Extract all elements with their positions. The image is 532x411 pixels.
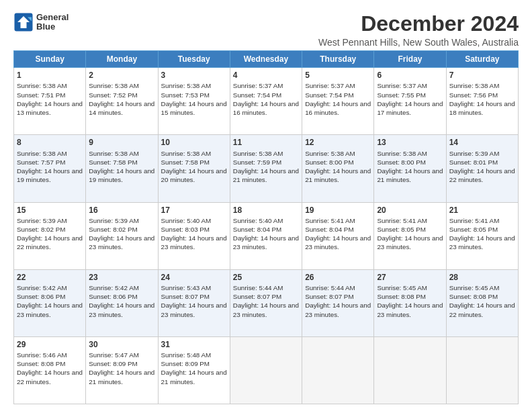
sunrise-text: Sunrise: 5:41 AM [377, 216, 443, 225]
day-number: 8 [17, 137, 83, 148]
daylight-text: Daylight: 14 hours and 21 minutes. [89, 368, 154, 385]
header-cell-friday: Friday [374, 51, 446, 68]
sunset-text: Sunset: 8:07 PM [233, 292, 299, 301]
sunset-text: Sunset: 8:08 PM [17, 359, 83, 368]
calendar-cell: 9Sunrise: 5:38 AMSunset: 7:58 PMDaylight… [86, 135, 158, 202]
calendar-cell: 4Sunrise: 5:37 AMSunset: 7:54 PMDaylight… [230, 68, 302, 135]
logo-line1: General [36, 13, 69, 22]
day-number: 22 [17, 272, 83, 283]
calendar-cell: 31Sunrise: 5:48 AMSunset: 8:09 PMDayligh… [158, 336, 230, 404]
sunset-text: Sunset: 7:53 PM [161, 91, 227, 99]
daylight-text: Daylight: 14 hours and 23 minutes. [233, 234, 299, 251]
daylight-text: Daylight: 14 hours and 23 minutes. [89, 301, 154, 318]
daylight-text: Daylight: 14 hours and 23 minutes. [377, 301, 443, 318]
main-title: December 2024 [318, 12, 519, 36]
sunrise-text: Sunrise: 5:44 AM [233, 283, 299, 292]
header-cell-wednesday: Wednesday [230, 51, 302, 68]
header: General Blue December 2024 West Pennant … [13, 12, 519, 48]
calendar-cell [230, 336, 302, 404]
day-number: 2 [89, 70, 154, 81]
sunrise-text: Sunrise: 5:47 AM [89, 351, 154, 359]
calendar-cell: 6Sunrise: 5:37 AMSunset: 7:55 PMDaylight… [374, 68, 446, 135]
sunrise-text: Sunrise: 5:42 AM [17, 283, 83, 292]
sunrise-text: Sunrise: 5:38 AM [449, 81, 515, 90]
calendar-cell: 7Sunrise: 5:38 AMSunset: 7:56 PMDaylight… [446, 68, 518, 135]
daylight-text: Daylight: 14 hours and 16 minutes. [233, 99, 299, 117]
calendar-cell: 30Sunrise: 5:47 AMSunset: 8:09 PMDayligh… [86, 336, 158, 404]
calendar-cell: 12Sunrise: 5:38 AMSunset: 8:00 PMDayligh… [302, 135, 374, 202]
sunset-text: Sunset: 8:02 PM [89, 225, 154, 234]
sunrise-text: Sunrise: 5:45 AM [449, 283, 515, 292]
sunset-text: Sunset: 8:07 PM [305, 292, 371, 301]
sunset-text: Sunset: 7:57 PM [17, 158, 83, 167]
logo: General Blue [13, 12, 69, 32]
sunset-text: Sunset: 8:06 PM [89, 292, 154, 301]
daylight-text: Daylight: 14 hours and 21 minutes. [377, 167, 443, 184]
sunset-text: Sunset: 7:54 PM [233, 91, 299, 99]
day-number: 9 [89, 137, 154, 148]
sunrise-text: Sunrise: 5:42 AM [89, 283, 154, 292]
daylight-text: Daylight: 14 hours and 23 minutes. [233, 301, 299, 318]
sunset-text: Sunset: 8:09 PM [161, 359, 227, 368]
sunrise-text: Sunrise: 5:40 AM [233, 216, 299, 225]
sunset-text: Sunset: 8:09 PM [89, 359, 154, 368]
calendar-cell: 24Sunrise: 5:43 AMSunset: 8:07 PMDayligh… [158, 269, 230, 336]
day-number: 5 [305, 70, 371, 81]
daylight-text: Daylight: 14 hours and 23 minutes. [161, 234, 227, 251]
daylight-text: Daylight: 14 hours and 22 minutes. [449, 167, 515, 184]
sunrise-text: Sunrise: 5:37 AM [233, 81, 299, 90]
calendar-row-2: 15Sunrise: 5:39 AMSunset: 8:02 PMDayligh… [14, 202, 519, 269]
sunset-text: Sunset: 7:54 PM [305, 91, 371, 99]
daylight-text: Daylight: 14 hours and 23 minutes. [17, 301, 83, 318]
calendar-cell: 10Sunrise: 5:38 AMSunset: 7:58 PMDayligh… [158, 135, 230, 202]
calendar-cell: 16Sunrise: 5:39 AMSunset: 8:02 PMDayligh… [86, 202, 158, 269]
day-number: 14 [449, 137, 515, 148]
daylight-text: Daylight: 14 hours and 22 minutes. [17, 234, 83, 251]
sunset-text: Sunset: 8:04 PM [233, 225, 299, 234]
sunrise-text: Sunrise: 5:37 AM [305, 81, 371, 90]
sunset-text: Sunset: 7:58 PM [161, 158, 227, 167]
daylight-text: Daylight: 14 hours and 15 minutes. [161, 99, 227, 117]
sunrise-text: Sunrise: 5:41 AM [305, 216, 371, 225]
sunrise-text: Sunrise: 5:44 AM [305, 283, 371, 292]
calendar-cell: 5Sunrise: 5:37 AMSunset: 7:54 PMDaylight… [302, 68, 374, 135]
daylight-text: Daylight: 14 hours and 21 minutes. [305, 167, 371, 184]
sunset-text: Sunset: 7:59 PM [233, 158, 299, 167]
sunrise-text: Sunrise: 5:48 AM [161, 351, 227, 359]
calendar-cell: 28Sunrise: 5:45 AMSunset: 8:08 PMDayligh… [446, 269, 518, 336]
calendar-cell: 17Sunrise: 5:40 AMSunset: 8:03 PMDayligh… [158, 202, 230, 269]
calendar-row-4: 29Sunrise: 5:46 AMSunset: 8:08 PMDayligh… [14, 336, 519, 404]
calendar-cell: 26Sunrise: 5:44 AMSunset: 8:07 PMDayligh… [302, 269, 374, 336]
sunrise-text: Sunrise: 5:38 AM [377, 149, 443, 158]
sunrise-text: Sunrise: 5:40 AM [161, 216, 227, 225]
sunrise-text: Sunrise: 5:43 AM [161, 283, 227, 292]
sunset-text: Sunset: 8:07 PM [161, 292, 227, 301]
day-number: 13 [377, 137, 443, 148]
logo-icon [13, 12, 34, 32]
sunset-text: Sunset: 8:04 PM [305, 225, 371, 234]
sunrise-text: Sunrise: 5:38 AM [161, 149, 227, 158]
day-number: 6 [377, 70, 443, 81]
day-number: 4 [233, 70, 299, 81]
daylight-text: Daylight: 14 hours and 17 minutes. [377, 99, 443, 117]
day-number: 28 [449, 272, 515, 283]
calendar-row-3: 22Sunrise: 5:42 AMSunset: 8:06 PMDayligh… [14, 269, 519, 336]
daylight-text: Daylight: 14 hours and 23 minutes. [377, 234, 443, 251]
calendar-cell [446, 336, 518, 404]
sunrise-text: Sunrise: 5:37 AM [377, 81, 443, 90]
sunset-text: Sunset: 8:08 PM [449, 292, 515, 301]
daylight-text: Daylight: 14 hours and 14 minutes. [89, 99, 154, 117]
day-number: 27 [377, 272, 443, 283]
sunset-text: Sunset: 8:01 PM [449, 158, 515, 167]
day-number: 10 [161, 137, 227, 148]
daylight-text: Daylight: 14 hours and 22 minutes. [449, 301, 515, 318]
calendar-row-1: 8Sunrise: 5:38 AMSunset: 7:57 PMDaylight… [14, 135, 519, 202]
day-number: 25 [233, 272, 299, 283]
day-number: 23 [89, 272, 154, 283]
sunrise-text: Sunrise: 5:39 AM [89, 216, 154, 225]
calendar-cell: 2Sunrise: 5:38 AMSunset: 7:52 PMDaylight… [86, 68, 158, 135]
sunset-text: Sunset: 7:58 PM [89, 158, 154, 167]
page: General Blue December 2024 West Pennant … [0, 0, 532, 411]
day-number: 30 [89, 339, 154, 350]
daylight-text: Daylight: 14 hours and 23 minutes. [305, 301, 371, 318]
